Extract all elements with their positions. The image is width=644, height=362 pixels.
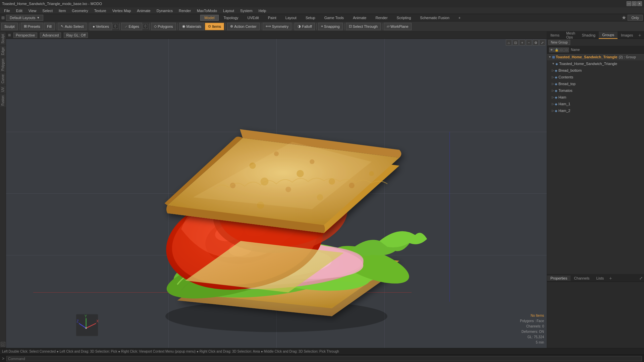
tab-gametools[interactable]: Game Tools <box>320 15 348 21</box>
close-button[interactable]: ✕ <box>637 1 642 6</box>
rp-tab-items[interactable]: Items <box>547 32 563 39</box>
sidebar-tab-fusion[interactable]: Fusion <box>0 94 6 107</box>
vp-expand-icon[interactable]: ⊞ <box>8 33 11 37</box>
maximize-button[interactable]: □ <box>632 1 637 6</box>
scene-tree[interactable]: ▼ ⊞ Toasted_Home_Sandwich_Triangle (2) :… <box>547 54 644 274</box>
tree-item-bread-bottom[interactable]: ▷ ◈ Bread_bottom <box>547 67 644 74</box>
tab-topology[interactable]: Topology <box>219 15 243 21</box>
menu-dynamics[interactable]: Dynamics <box>154 8 175 13</box>
vp-settings-button[interactable]: ⚙ <box>533 40 539 46</box>
tree-arrow-1: ▼ <box>552 62 555 65</box>
menu-edit[interactable]: Edit <box>13 8 25 13</box>
tab-schematic-fusion[interactable]: Schematic Fusion <box>416 15 453 21</box>
rp-tab-groups[interactable]: Groups <box>599 32 618 39</box>
title-bar-controls[interactable]: — □ ✕ <box>627 1 642 6</box>
menu-render[interactable]: Render <box>176 8 194 13</box>
falloff-label: Falloff <box>302 24 312 28</box>
menu-select[interactable]: Select <box>40 8 55 13</box>
menu-item[interactable]: Item <box>56 8 68 13</box>
command-input[interactable] <box>6 356 642 361</box>
new-group-button[interactable]: New Group <box>548 40 570 45</box>
sculpt-button[interactable]: Sculpt <box>1 23 18 30</box>
raygl-button[interactable]: Ray GL: Off <box>64 33 88 38</box>
falloff-button[interactable]: ◑ Falloff <box>294 23 315 30</box>
vp-zoom-out-button[interactable]: − <box>526 40 532 46</box>
menu-layout[interactable]: Layout <box>220 8 237 13</box>
tab-animate[interactable]: Animate <box>348 15 371 21</box>
minimize-button[interactable]: — <box>627 1 631 6</box>
perspective-button[interactable]: Perspective <box>13 33 37 38</box>
workplane-button[interactable]: ▱ WorkPlane <box>384 23 412 30</box>
edges-button[interactable]: ⟋ Edges <box>121 23 142 30</box>
prop-tab-add[interactable]: + <box>607 275 614 282</box>
sidebar-tab-sculpt[interactable]: Sculpt <box>0 33 6 45</box>
time-info: 5 min <box>520 340 544 345</box>
only-button[interactable]: Only <box>628 15 643 21</box>
rp-eye-all-button[interactable]: 👁 <box>549 48 554 52</box>
tree-item-ham-1[interactable]: ▷ ◈ Ham_1 <box>547 101 644 107</box>
tab-render[interactable]: Render <box>371 15 392 21</box>
advanced-button[interactable]: Advanced <box>40 33 61 38</box>
sidebar-tab-polygon[interactable]: Polygon <box>0 57 6 72</box>
tree-root-group[interactable]: ▼ ⊞ Toasted_Home_Sandwich_Triangle (2) :… <box>547 54 644 60</box>
action-center-button[interactable]: ⊕ Action Center <box>227 23 260 30</box>
tree-item-tomatos[interactable]: ▷ ◈ Tomatos <box>547 87 644 94</box>
sidebar-tab-uv[interactable]: UV <box>0 86 6 93</box>
menu-view[interactable]: View <box>26 8 39 13</box>
menu-system[interactable]: System <box>237 8 255 13</box>
menu-help[interactable]: Help <box>256 8 269 13</box>
select-through-button[interactable]: ⊡ Select Through <box>346 23 381 30</box>
tab-uvedit[interactable]: UVEdit <box>243 15 263 21</box>
workplane-icon: ▱ <box>387 24 389 28</box>
vertices-button[interactable]: ● Vertices <box>90 23 112 30</box>
menu-animate[interactable]: Animate <box>134 8 153 13</box>
menu-file[interactable]: File <box>1 8 13 13</box>
vp-expand-button[interactable]: ⤢ <box>539 40 545 46</box>
vp-home-button[interactable]: ⌂ <box>506 40 512 46</box>
symmetry-button[interactable]: ⟺ Symmetry <box>263 23 292 30</box>
tree-item-sandwich-triangle[interactable]: ▼ ◈ Toasted_Home_Sandwich_Triangle <box>547 60 644 67</box>
sidebar-bottom-btn[interactable]: □ <box>1 342 5 347</box>
tree-item-ham[interactable]: ▷ ◈ Ham <box>547 94 644 101</box>
prop-tab-lists[interactable]: Lists <box>593 276 607 281</box>
default-layouts-button[interactable]: Default Layouts ▼ <box>6 15 43 21</box>
viewport-canvas[interactable]: ⌂ ⊡ + − ⚙ ⤢ <box>6 39 547 348</box>
auto-select-button[interactable]: ↖ Auto Select <box>58 23 87 30</box>
viewport-area[interactable]: ⊞ Perspective Advanced Ray GL: Off <box>6 32 547 348</box>
tree-item-bread-top[interactable]: ▷ ◈ Bread_top <box>547 80 644 87</box>
vp-zoom-fit-button[interactable]: ⊡ <box>513 40 519 46</box>
prop-tab-channels[interactable]: Channels <box>571 276 593 281</box>
tab-scripting[interactable]: Scripting <box>392 15 416 21</box>
rp-tab-add[interactable]: + <box>636 32 643 39</box>
rp-tab-meshops[interactable]: Mesh Ops <box>563 32 579 39</box>
tab-layout[interactable]: Layout <box>281 15 301 21</box>
presets-button[interactable]: ⊞ Presets <box>21 23 43 30</box>
tab-setup[interactable]: Setup <box>301 15 320 21</box>
menu-geometry[interactable]: Geometry <box>69 8 91 13</box>
rp-lock-all-button[interactable]: 🔒 <box>554 48 559 52</box>
menu-vertexmap[interactable]: Vertex Map <box>110 8 134 13</box>
menu-maxtomodo[interactable]: MaxToModo <box>194 8 220 13</box>
sidebar-tab-edge[interactable]: Edge <box>0 46 6 56</box>
items-button[interactable]: ⊙ Items <box>205 23 224 30</box>
prop-tab-properties[interactable]: Properties <box>547 276 571 281</box>
tree-item-contents[interactable]: ▷ ◈ Contents <box>547 74 644 80</box>
tab-model[interactable]: Model <box>200 15 219 21</box>
rp-tab-shading[interactable]: Shading <box>579 32 599 39</box>
sidebar-tab-curve[interactable]: Curve <box>0 73 6 85</box>
fill-button[interactable]: Fill <box>44 23 55 30</box>
materials-button[interactable]: ◉ Materials <box>179 23 205 30</box>
rp-viewport-all-button[interactable]: □ <box>564 48 569 52</box>
tree-item-ham-2[interactable]: ▷ ◈ Ham_2 <box>547 107 644 114</box>
vp-zoom-in-button[interactable]: + <box>519 40 525 46</box>
polygons-button[interactable]: ◇ Polygons <box>151 23 176 30</box>
snapping-button[interactable]: ⌖ Snapping <box>318 23 343 30</box>
rp-tab-images[interactable]: Images <box>618 32 636 39</box>
tab-paint[interactable]: Paint <box>264 15 281 21</box>
rp-render-all-button[interactable]: □ <box>559 48 564 52</box>
tab-add[interactable]: + <box>454 15 465 21</box>
right-panel: Items Mesh Ops Shading Groups Images + ⊞… <box>547 32 644 348</box>
prop-expand-btn[interactable]: ⤢ <box>638 275 644 281</box>
tree-label-ham-2: Ham_2 <box>558 109 570 113</box>
menu-texture[interactable]: Texture <box>92 8 109 13</box>
